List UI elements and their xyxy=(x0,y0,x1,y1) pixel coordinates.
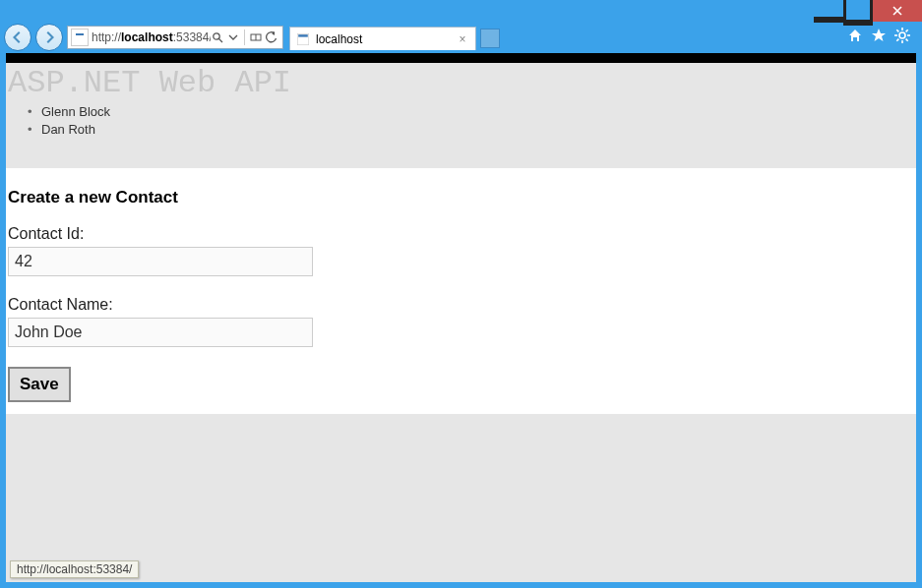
tab-title: localhost xyxy=(316,32,362,46)
form-section: Create a new Contact Contact Id: Contact… xyxy=(6,168,916,414)
refresh-icon[interactable] xyxy=(265,30,278,44)
maximize-button[interactable] xyxy=(843,0,873,22)
header-section: ASP.NET Web API Glenn Block Dan Roth xyxy=(6,63,916,168)
url-prefix: http:// xyxy=(92,30,121,44)
close-button[interactable] xyxy=(873,0,922,22)
svg-line-7 xyxy=(218,38,222,42)
contact-name-label: Contact Name: xyxy=(8,296,914,314)
list-item: Dan Roth xyxy=(41,121,916,139)
home-icon xyxy=(847,28,863,43)
command-bar xyxy=(847,28,918,47)
tools-button[interactable] xyxy=(894,28,910,47)
page-viewport: ASP.NET Web API Glenn Block Dan Roth Cre… xyxy=(6,53,916,582)
star-icon xyxy=(871,28,887,43)
gear-icon xyxy=(894,28,910,43)
address-controls xyxy=(211,29,282,45)
new-tab-button[interactable] xyxy=(480,29,500,48)
list-item: Glenn Block xyxy=(41,103,916,121)
forward-button[interactable] xyxy=(35,24,63,51)
tab-bar: localhost × xyxy=(289,25,843,50)
svg-point-6 xyxy=(214,33,219,39)
top-black-bar xyxy=(6,53,916,63)
search-icon[interactable] xyxy=(211,30,224,44)
contact-id-input[interactable] xyxy=(8,247,313,276)
compat-icon[interactable] xyxy=(249,30,263,44)
svg-line-17 xyxy=(896,29,898,31)
arrow-right-icon xyxy=(42,30,56,44)
form-heading: Create a new Contact xyxy=(8,188,914,207)
svg-rect-11 xyxy=(298,34,308,36)
page-title: ASP.NET Web API xyxy=(6,65,916,101)
svg-line-18 xyxy=(906,39,908,41)
dropdown-icon[interactable] xyxy=(226,30,240,44)
contact-list: Glenn Block Dan Roth xyxy=(6,103,916,139)
browser-window: http://localhost:53384/ localhost × xyxy=(0,0,922,588)
tab-close-icon[interactable]: × xyxy=(456,32,469,46)
favorites-button[interactable] xyxy=(871,28,887,47)
window-titlebar xyxy=(0,0,922,22)
footer-area xyxy=(6,414,916,582)
url-suffix: :53384/ xyxy=(173,30,211,44)
home-button[interactable] xyxy=(847,28,863,47)
tab-favicon xyxy=(296,32,310,46)
contact-id-label: Contact Id: xyxy=(8,225,914,243)
page-icon xyxy=(71,29,89,46)
address-bar[interactable]: http://localhost:53384/ xyxy=(67,26,283,49)
svg-rect-1 xyxy=(843,0,873,23)
save-button[interactable]: Save xyxy=(8,367,71,402)
contact-name-input[interactable] xyxy=(8,318,313,347)
svg-line-19 xyxy=(906,29,908,31)
svg-rect-5 xyxy=(76,33,84,35)
back-button[interactable] xyxy=(4,24,31,51)
url-host: localhost xyxy=(121,30,173,44)
status-tooltip: http://localhost:53384/ xyxy=(10,560,139,578)
browser-toolbar: http://localhost:53384/ localhost × xyxy=(0,22,922,53)
svg-line-20 xyxy=(896,39,898,41)
tab-localhost[interactable]: localhost × xyxy=(289,27,476,50)
minimize-button[interactable] xyxy=(814,0,843,22)
close-icon xyxy=(892,6,902,16)
svg-point-12 xyxy=(899,32,905,38)
address-text: http://localhost:53384/ xyxy=(92,30,211,44)
arrow-left-icon xyxy=(11,30,25,44)
